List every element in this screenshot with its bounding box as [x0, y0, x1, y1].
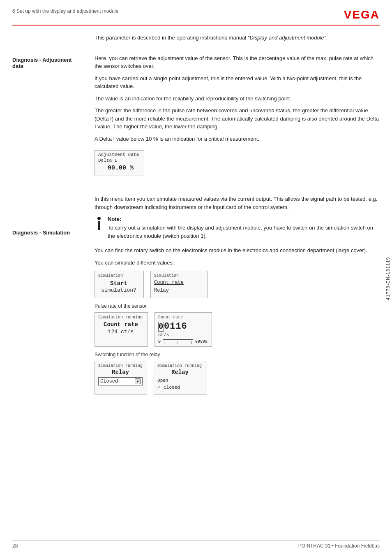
intro-text-start: This parameter is described in the opera… [95, 35, 248, 41]
note-icon [95, 216, 104, 230]
left-column: Diagnosis - Adjustmentdata Diagnosis - S… [12, 34, 95, 407]
count-cursor-box: 0 [158, 322, 164, 332]
adj-box-value: 90.00 % [98, 165, 139, 172]
diagnosis-adjustment-title: Diagnosis - Adjustmentdata [12, 55, 72, 69]
adj-box-title: Adjustment data [98, 152, 139, 157]
relay-right-title: Relay [157, 369, 203, 376]
adj-para1: Here, you can retrieve the adjustment va… [95, 54, 380, 70]
note-block: Note: To carry out a simulation with the… [95, 216, 380, 241]
sim-options-header: Simulation [154, 274, 203, 278]
chapter-title: 6 Set up with the display and adjustment… [12, 8, 118, 14]
sim-start-header: Simulation [98, 274, 139, 278]
relay-dropdown-value: Closed [100, 378, 135, 384]
page-number: 28 [12, 543, 18, 549]
right-column: This parameter is described in the opera… [95, 34, 380, 407]
sim-running-title: Count rate [98, 321, 143, 328]
count-rate-value: 00116 [158, 321, 208, 332]
intro-text-end: . [326, 35, 327, 41]
content-area: Diagnosis - Adjustmentdata Diagnosis - S… [12, 34, 380, 407]
sim-start-main: Start [98, 280, 139, 287]
relay-left-title: Relay [98, 369, 143, 376]
sim-start-boxes-row: Simulation Start simulation? Simulation … [95, 271, 380, 298]
simulation-section: In this menu item you can simulate measu… [95, 195, 380, 395]
page-header: 6 Set up with the display and adjustment… [12, 8, 380, 26]
sim-options-items: Count rate Relay [154, 279, 203, 295]
sim-start-sub: simulation? [98, 287, 139, 293]
switching-label: Switching function of the relay [95, 352, 380, 357]
page-footer: 28 POINTRAC 31 • Foundation Fieldbus [12, 540, 380, 549]
pulse-rate-label: Pulse rate of the sensor [95, 303, 380, 309]
relay-left-box: Simulation running Relay Closed ▼ [95, 361, 147, 395]
sim-running-count-box: Simulation running Count rate 124 ct/s [95, 312, 148, 347]
relay-right-box: Simulation running Relay Open Closed [154, 361, 207, 395]
relay-boxes-row: Simulation running Relay Closed ▼ Simula… [95, 361, 380, 395]
relay-right-header: Simulation running [157, 364, 203, 368]
page-container: 6 Set up with the display and adjustment… [0, 0, 392, 557]
note-content: Note: To carry out a simulation with the… [108, 216, 380, 241]
vega-logo: VEGA [344, 8, 380, 21]
sim-option-count-rate: Count rate [154, 279, 203, 287]
count-rate-min: 0 [158, 339, 161, 344]
note-title: Note: [108, 216, 380, 222]
intro-paragraph: This parameter is described in the opera… [95, 34, 380, 42]
note-bar [98, 221, 100, 230]
sim-running-value: 124 ct/s [98, 329, 143, 335]
diagnosis-simulation-title: Diagnosis - Simulation [12, 228, 70, 236]
count-rate-unit: ct/s [158, 332, 208, 337]
count-rate-row: Simulation running Count rate 124 ct/s C… [95, 312, 380, 347]
note-text: To carry out a simulation with the displ… [108, 224, 380, 240]
count-rate-display-box: Count rate 00116 ct/s 0 | | [154, 312, 212, 347]
intro-section: This parameter is described in the opera… [95, 34, 380, 42]
relay-dropdown-arrow[interactable]: ▼ [135, 378, 141, 384]
adj-para4: The greater the difference in the pulse … [95, 107, 380, 131]
adjustment-data-box: Adjustment data Delta I 90.00 % [95, 150, 144, 176]
sim-para1: In this menu item you can simulate measu… [95, 195, 380, 211]
adj-para5: A Delta I value below 10 % is an indicat… [95, 135, 380, 143]
product-name: POINTRAC 31 • Foundation Fieldbus [298, 543, 380, 549]
adj-box-subtitle: Delta I [98, 158, 139, 163]
count-rate-max: 99999 [195, 339, 208, 344]
adj-para3: The value is an indication for the relia… [95, 95, 380, 103]
relay-options: Open Closed [157, 377, 203, 391]
sim-para2: You can find the rotary switch on the el… [95, 246, 380, 255]
sim-running-header: Simulation running [98, 315, 143, 320]
relay-option-closed-label: Closed [164, 385, 180, 390]
note-dot [97, 217, 101, 220]
count-rate-slider-row: 0 | | | 99999 [158, 339, 208, 344]
sim-options-box: Simulation Count rate Relay [150, 271, 208, 298]
sim-para3: You can simulate different values: [95, 259, 380, 267]
count-rate-slider[interactable]: | | | [163, 339, 193, 344]
sim-option-relay: Relay [154, 287, 203, 295]
side-label: 41779-EN-131119 [385, 257, 390, 300]
relay-option-closed[interactable]: Closed [157, 384, 203, 391]
sim-start-box: Simulation Start simulation? [95, 271, 144, 298]
count-rate-digits: 0116 [164, 321, 187, 332]
relay-option-open[interactable]: Open [157, 377, 203, 384]
adj-para2: If you have carried out a single point a… [95, 74, 380, 91]
adjustment-section: Here, you can retrieve the adjustment va… [95, 54, 380, 183]
relay-left-header: Simulation running [98, 364, 143, 368]
intro-italic: "Display and adjustment module" [248, 35, 326, 41]
relay-dropdown[interactable]: Closed ▼ [98, 377, 143, 385]
count-rate-header: Count rate [158, 315, 208, 320]
